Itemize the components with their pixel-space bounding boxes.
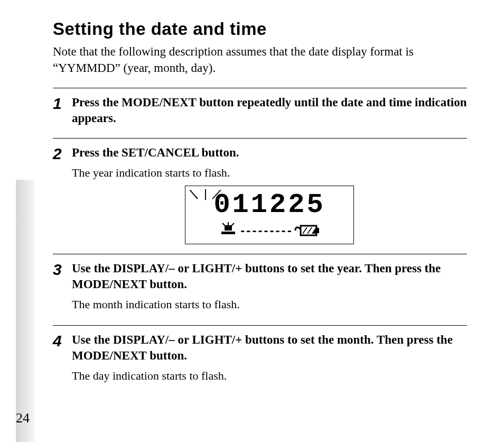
step-heading: Use the DISPLAY/– or LIGHT/+ buttons to …: [72, 332, 467, 364]
svg-rect-1: [221, 232, 235, 234]
step-number: 2: [53, 145, 72, 162]
step-subtext: The month indication starts to flash.: [72, 297, 467, 312]
step-body: Press the SET/CANCEL button. The year in…: [72, 145, 467, 247]
step-1: 1 Press the MODE/NEXT button repeatedly …: [53, 88, 467, 138]
step-2: 2 Press the SET/CANCEL button. The year …: [53, 139, 467, 254]
step-body: Use the DISPLAY/– or LIGHT/+ buttons to …: [72, 332, 467, 389]
step-body: Use the DISPLAY/– or LIGHT/+ buttons to …: [72, 261, 467, 317]
step-3: 3 Use the DISPLAY/– or LIGHT/+ buttons t…: [53, 254, 467, 325]
step-subtext: The year indication starts to flash.: [72, 165, 467, 181]
step-number: 3: [53, 261, 72, 278]
svg-marker-9: [312, 227, 316, 234]
svg-rect-6: [316, 228, 319, 233]
svg-line-3: [231, 223, 234, 226]
step-body: Press the MODE/NEXT button repeatedly un…: [72, 95, 467, 131]
lcd-status-row: ---------: [193, 222, 346, 238]
page-gutter-shadow: [16, 180, 35, 442]
lcd-digits: ＼｜／ 011225: [193, 191, 346, 219]
battery-icon: [294, 224, 320, 237]
step-subtext: The day indication starts to flash.: [72, 368, 467, 384]
page-number: 24: [16, 410, 30, 426]
manual-page: Setting the date and time Note that the …: [0, 0, 504, 442]
step-heading: Use the DISPLAY/– or LIGHT/+ buttons to …: [72, 261, 467, 292]
step-number: 1: [53, 95, 72, 112]
lcd-illustration: ＼｜／ 011225 ---------: [185, 186, 354, 244]
base-station-icon: [219, 222, 237, 238]
intro-note: Note that the following description assu…: [53, 43, 467, 76]
lcd-digit-text: 011225: [213, 189, 325, 220]
page-title: Setting the date and time: [53, 19, 467, 39]
step-heading: Press the SET/CANCEL button.: [72, 145, 467, 161]
svg-marker-7: [302, 227, 307, 234]
svg-line-2: [222, 223, 226, 226]
connection-dashes: ---------: [239, 224, 292, 237]
step-heading: Press the MODE/NEXT button repeatedly un…: [72, 95, 467, 126]
svg-marker-8: [307, 227, 312, 234]
step-4: 4 Use the DISPLAY/– or LIGHT/+ buttons t…: [53, 326, 467, 396]
step-number: 4: [53, 332, 72, 349]
flash-indicator-icon: ＼｜／: [189, 188, 223, 199]
